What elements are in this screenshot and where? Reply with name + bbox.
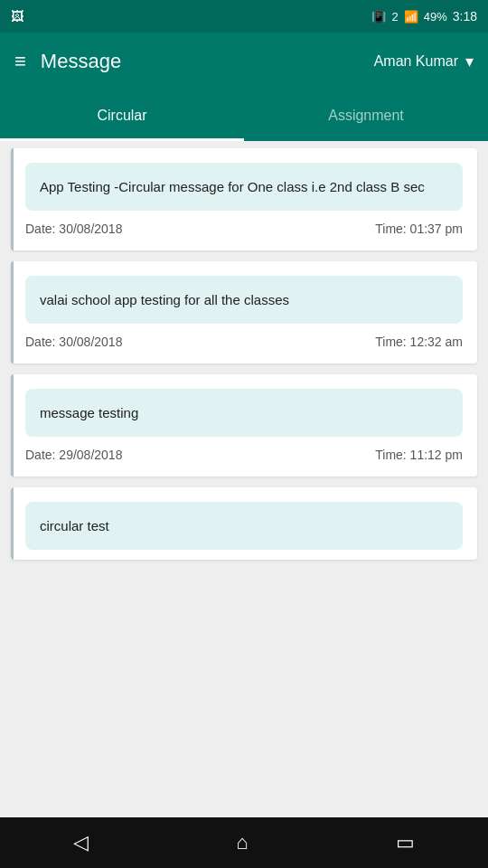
message-card-1[interactable]: App Testing -Circular message for One cl… <box>11 148 477 250</box>
message-bubble-2: valai school app testing for all the cla… <box>25 276 463 324</box>
message-card-4[interactable]: circular test <box>11 487 477 560</box>
message-bubble-3: message testing <box>25 389 463 437</box>
message-date-2: Date: 30/08/2018 <box>25 335 122 349</box>
message-bubble-4: circular test <box>25 502 463 550</box>
status-bar: 🖼 📳 2 📶 49% 3:18 <box>0 0 488 33</box>
user-name[interactable]: Aman Kumar <box>374 53 458 70</box>
message-meta-2: Date: 30/08/2018 Time: 12:32 am <box>25 335 463 349</box>
message-text-3: message testing <box>40 405 138 420</box>
time-label: 3:18 <box>453 9 477 24</box>
message-card-2[interactable]: valai school app testing for all the cla… <box>11 261 477 363</box>
message-meta-3: Date: 29/08/2018 Time: 11:12 pm <box>25 448 463 462</box>
header-left: ≡ Message <box>14 50 121 73</box>
home-button[interactable]: ⌂ <box>236 831 248 854</box>
header: ≡ Message Aman Kumar ▾ <box>0 33 488 90</box>
message-text-2: valai school app testing for all the cla… <box>40 292 289 307</box>
sim-slot-label: 2 <box>391 10 398 24</box>
bottom-nav: ◁ ⌂ ▭ <box>0 817 488 868</box>
tab-assignment[interactable]: Assignment <box>244 90 488 141</box>
back-button[interactable]: ◁ <box>73 831 89 854</box>
photo-icon: 🖼 <box>11 9 23 24</box>
page-title: Message <box>41 50 121 73</box>
dropdown-icon[interactable]: ▾ <box>465 52 474 71</box>
message-date-1: Date: 30/08/2018 <box>25 222 122 236</box>
message-time-1: Time: 01:37 pm <box>375 222 463 236</box>
message-bubble-1: App Testing -Circular message for One cl… <box>25 163 463 211</box>
message-text-1: App Testing -Circular message for One cl… <box>40 179 425 194</box>
status-bar-left: 🖼 <box>11 9 23 24</box>
message-card-3[interactable]: message testing Date: 29/08/2018 Time: 1… <box>11 374 477 476</box>
recents-button[interactable]: ▭ <box>396 831 415 854</box>
message-time-2: Time: 12:32 am <box>375 335 463 349</box>
menu-icon[interactable]: ≡ <box>14 50 26 73</box>
signal-icon: 📶 <box>404 10 418 24</box>
sim-vibrate-icon: 📳 <box>371 10 386 24</box>
message-time-3: Time: 11:12 pm <box>375 448 463 462</box>
status-bar-right: 📳 2 📶 49% 3:18 <box>371 9 477 24</box>
message-text-4: circular test <box>40 518 109 533</box>
message-list: App Testing -Circular message for One cl… <box>0 141 488 817</box>
tabs: Circular Assignment <box>0 90 488 141</box>
battery-label: 49% <box>424 10 447 24</box>
tab-circular[interactable]: Circular <box>0 90 244 141</box>
message-meta-1: Date: 30/08/2018 Time: 01:37 pm <box>25 222 463 236</box>
header-right: Aman Kumar ▾ <box>374 52 474 71</box>
message-date-3: Date: 29/08/2018 <box>25 448 122 462</box>
